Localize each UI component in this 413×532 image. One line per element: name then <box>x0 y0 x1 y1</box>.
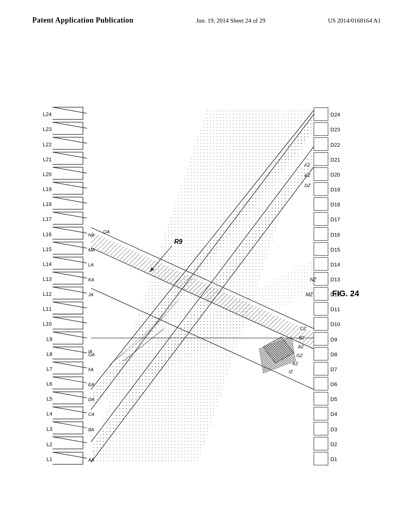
label-l1: L1 <box>46 456 52 462</box>
svg-text:L10: L10 <box>43 321 52 327</box>
svg-text:CA: CA <box>88 412 94 417</box>
svg-text:L11: L11 <box>43 306 52 312</box>
svg-text:GZ: GZ <box>296 353 303 358</box>
svg-text:D3: D3 <box>330 426 337 432</box>
svg-text:D5: D5 <box>330 396 337 402</box>
svg-text:D10: D10 <box>330 322 340 328</box>
svg-text:L20: L20 <box>43 171 52 177</box>
svg-text:L6: L6 <box>46 381 52 387</box>
svg-rect-73 <box>314 212 328 225</box>
svg-rect-71 <box>314 227 328 240</box>
svg-text:D16: D16 <box>330 232 340 238</box>
svg-text:L16: L16 <box>43 231 52 237</box>
svg-text:D6: D6 <box>330 381 337 387</box>
svg-text:L17: L17 <box>43 216 52 222</box>
svg-text:L23: L23 <box>43 126 52 132</box>
svg-text:D2: D2 <box>330 441 337 447</box>
svg-rect-51 <box>314 377 328 390</box>
svg-text:L9: L9 <box>46 336 52 342</box>
svg-text:L5: L5 <box>46 396 52 402</box>
svg-text:D18: D18 <box>330 202 340 208</box>
svg-text:R9: R9 <box>174 238 183 245</box>
svg-rect-59 <box>314 317 328 330</box>
figure-label: FIG. 24 <box>332 289 359 298</box>
svg-rect-63 <box>314 287 328 300</box>
svg-text:D1: D1 <box>330 456 337 462</box>
svg-rect-87 <box>314 108 328 121</box>
svg-rect-77 <box>314 183 328 195</box>
svg-text:L19: L19 <box>43 186 52 192</box>
svg-text:L21: L21 <box>43 156 52 162</box>
svg-text:L13: L13 <box>43 276 52 282</box>
publication-date: Jun. 19, 2014 Sheet 24 of 29 <box>196 17 265 24</box>
svg-text:DZ: DZ <box>305 183 311 188</box>
svg-text:L22: L22 <box>43 141 52 148</box>
svg-text:D23: D23 <box>330 127 340 133</box>
publication-title: Patent Application Publication <box>32 16 133 25</box>
svg-text:D24: D24 <box>330 112 340 118</box>
svg-rect-53 <box>314 362 328 375</box>
svg-text:D4: D4 <box>330 411 337 417</box>
svg-text:D22: D22 <box>330 142 340 148</box>
svg-text:D21: D21 <box>330 157 340 163</box>
page-header: Patent Application Publication Jun. 19, … <box>0 16 413 25</box>
svg-text:FA: FA <box>88 367 94 372</box>
svg-text:KA: KA <box>88 277 94 282</box>
svg-text:D20: D20 <box>330 172 340 178</box>
svg-text:L18: L18 <box>43 201 52 207</box>
svg-text:AZ: AZ <box>298 344 304 349</box>
publication-number: US 2014/0168164 A1 <box>328 17 381 24</box>
svg-rect-67 <box>314 258 328 270</box>
svg-text:L7: L7 <box>46 366 52 372</box>
svg-text:L8: L8 <box>46 351 52 357</box>
svg-text:D15: D15 <box>330 247 340 253</box>
svg-text:D11: D11 <box>330 306 340 312</box>
svg-rect-47 <box>314 407 328 420</box>
svg-text:L24: L24 <box>43 111 52 117</box>
svg-rect-75 <box>314 197 328 210</box>
figure-diagram: L1 L2 AA L3 BA L4 CA L5 DA L6 EA L7 FA L… <box>24 52 389 508</box>
svg-rect-61 <box>314 302 328 315</box>
svg-text:L3: L3 <box>46 426 52 432</box>
svg-text:L14: L14 <box>43 261 52 267</box>
svg-text:L15: L15 <box>43 246 52 252</box>
svg-rect-57 <box>314 332 328 345</box>
svg-text:D13: D13 <box>330 276 340 283</box>
svg-rect-85 <box>314 123 328 135</box>
svg-text:D14: D14 <box>330 262 340 268</box>
svg-text:IA: IA <box>88 349 92 354</box>
svg-rect-43 <box>314 437 328 450</box>
figure-svg: L1 L2 AA L3 BA L4 CA L5 DA L6 EA L7 FA L… <box>24 52 389 508</box>
svg-rect-83 <box>314 137 328 150</box>
svg-text:BA: BA <box>88 427 94 432</box>
svg-text:L4: L4 <box>46 411 52 417</box>
svg-text:L2: L2 <box>46 441 52 447</box>
svg-text:IZ: IZ <box>289 369 293 374</box>
svg-text:D9: D9 <box>330 337 337 343</box>
svg-text:D17: D17 <box>330 216 340 222</box>
svg-text:D19: D19 <box>330 187 340 193</box>
svg-text:LA: LA <box>88 262 94 267</box>
svg-rect-81 <box>314 153 328 166</box>
svg-rect-41 <box>314 452 328 465</box>
svg-text:L12: L12 <box>43 291 52 297</box>
svg-text:JA: JA <box>88 292 94 297</box>
svg-text:D8: D8 <box>330 351 337 357</box>
svg-rect-49 <box>314 392 328 405</box>
svg-rect-69 <box>314 243 328 256</box>
svg-rect-45 <box>314 422 328 435</box>
svg-text:D7: D7 <box>330 366 337 372</box>
svg-rect-79 <box>314 168 328 181</box>
svg-rect-55 <box>314 347 328 360</box>
